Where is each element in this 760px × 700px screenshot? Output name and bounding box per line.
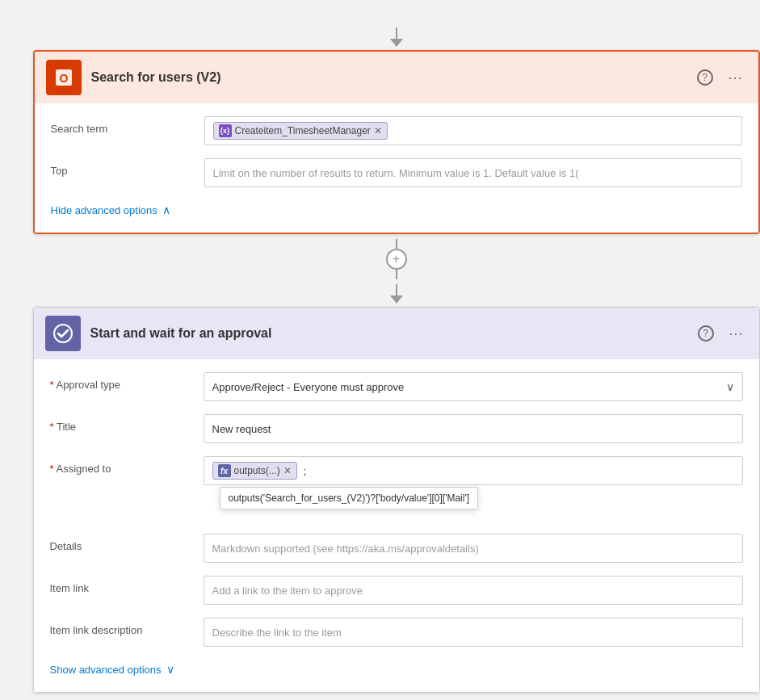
approval-type-value: Approve/Reject - Everyone must approve (212, 381, 405, 393)
plus-connector: + (386, 239, 407, 279)
details-row: Details Markdown supported (see https://… (50, 534, 743, 563)
approval-card-body: Approval type Approve/Reject - Everyone … (34, 359, 759, 692)
top-label: Top (51, 158, 204, 177)
show-advanced-link[interactable]: Show advanced options ∨ (50, 660, 743, 679)
item-link-desc-label: Item link description (50, 618, 204, 636)
top-arrow (390, 27, 403, 47)
search-term-token-close[interactable]: ✕ (374, 125, 382, 136)
svg-point-2 (54, 325, 72, 342)
approval-card-title: Start and wait for an approval (90, 326, 695, 341)
assigned-to-token-text: outputs(...) (234, 465, 280, 476)
assigned-to-label: Assigned to (50, 456, 204, 475)
assigned-to-wrapper: fx outputs(...) ✕ ; outputs('Search_for_… (204, 456, 743, 485)
approval-help-button[interactable]: ? (695, 322, 717, 345)
search-card-actions: ? ··· (694, 66, 747, 89)
hide-advanced-label: Hide advanced options (51, 204, 157, 216)
title-label: Title (50, 414, 204, 433)
office365-icon: O (52, 66, 75, 89)
title-input[interactable]: New request (204, 414, 743, 443)
assigned-to-token-close[interactable]: ✕ (283, 465, 292, 476)
search-card-icon: O (46, 60, 82, 95)
search-term-label: Search term (51, 116, 204, 135)
search-term-token: {x} Createitem_TimesheetManager ✕ (213, 122, 388, 140)
details-input[interactable]: Markdown supported (see https://aka.ms/a… (204, 534, 743, 563)
hide-advanced-row: Hide advanced options ∧ (51, 200, 742, 220)
search-card-header: O Search for users (V2) ? ··· (35, 52, 758, 103)
approval-card-header: Start and wait for an approval ? ··· (34, 308, 759, 359)
item-link-placeholder: Add a link to the item to approve (212, 585, 363, 597)
autocomplete-popup: outputs('Search_for_users_(V2)')?['body/… (220, 487, 479, 509)
connector-line-top (396, 239, 397, 249)
item-link-desc-row: Item link description Describe the link … (50, 618, 743, 647)
chevron-up-icon: ∧ (162, 203, 170, 216)
details-label: Details (50, 534, 204, 552)
top-input[interactable]: Limit on the number of results to return… (204, 158, 742, 187)
assigned-to-input[interactable]: fx outputs(...) ✕ ; (204, 456, 743, 485)
fx-icon: fx (218, 464, 231, 477)
approval-type-label: Approval type (50, 372, 204, 391)
search-card: O Search for users (V2) ? ··· Search ter… (33, 50, 760, 234)
svg-text:O: O (59, 72, 68, 85)
assigned-to-row: Assigned to fx outputs(...) ✕ ; outputs(… (50, 456, 743, 485)
autocomplete-text: outputs('Search_for_users_(V2)')?['body/… (229, 493, 470, 504)
search-card-body: Search term {x} Createitem_TimesheetMana… (35, 103, 758, 233)
item-link-input[interactable]: Add a link to the item to approve (204, 576, 743, 605)
approval-type-select[interactable]: Approve/Reject - Everyone must approve ∨ (204, 372, 743, 401)
item-link-desc-input[interactable]: Describe the link to the item (204, 618, 743, 647)
approval-more-icon: ··· (729, 325, 743, 342)
search-card-title: Search for users (V2) (91, 70, 694, 85)
item-link-label: Item link (50, 576, 204, 594)
assigned-to-semicolon: ; (304, 465, 307, 477)
search-term-token-text: Createitem_TimesheetManager (235, 125, 371, 136)
variable-icon: {x} (219, 124, 232, 137)
more-icon: ··· (728, 69, 742, 86)
approval-card-actions: ? ··· (695, 322, 748, 345)
top-row: Top Limit on the number of results to re… (51, 158, 742, 187)
approval-card: Start and wait for an approval ? ··· App… (33, 307, 760, 693)
show-advanced-label: Show advanced options (50, 664, 162, 676)
approval-help-icon: ? (698, 325, 714, 342)
search-term-row: Search term {x} Createitem_TimesheetMana… (51, 116, 742, 145)
approval-card-icon (45, 316, 81, 351)
search-term-input[interactable]: {x} Createitem_TimesheetManager ✕ (204, 116, 742, 145)
search-help-button[interactable]: ? (694, 66, 716, 89)
top-placeholder: Limit on the number of results to return… (213, 167, 579, 179)
item-link-row: Item link Add a link to the item to appr… (50, 576, 743, 605)
approvals-icon (52, 322, 74, 345)
help-icon: ? (697, 69, 713, 86)
mid-arrow (390, 284, 403, 304)
add-step-button[interactable]: + (386, 249, 407, 270)
hide-advanced-link[interactable]: Hide advanced options ∧ (51, 200, 742, 220)
show-advanced-row: Show advanced options ∨ (50, 660, 743, 679)
flow-container: O Search for users (V2) ? ··· Search ter… (16, 16, 760, 700)
details-placeholder: Markdown supported (see https://aka.ms/a… (212, 543, 479, 555)
item-link-desc-placeholder: Describe the link to the item (212, 627, 342, 639)
chevron-down-icon: ∨ (726, 380, 734, 393)
approval-more-button[interactable]: ··· (725, 322, 748, 345)
title-row: Title New request (50, 414, 743, 443)
connector-line-bottom (396, 270, 397, 279)
chevron-down-icon-advanced: ∨ (166, 663, 174, 676)
assigned-to-token: fx outputs(...) ✕ (212, 462, 297, 480)
search-more-button[interactable]: ··· (724, 66, 747, 89)
approval-type-row: Approval type Approve/Reject - Everyone … (50, 372, 743, 401)
title-value: New request (212, 423, 271, 435)
